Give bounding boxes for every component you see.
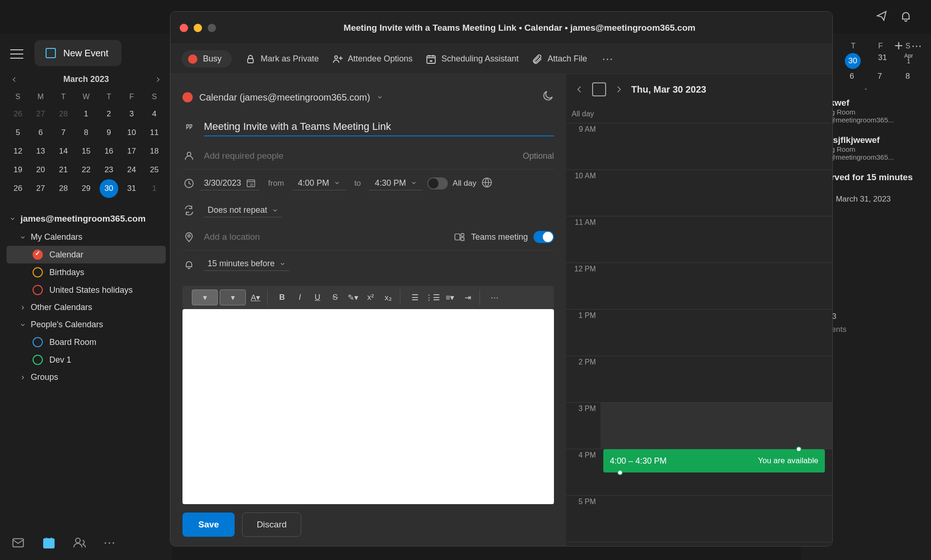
- resize-handle[interactable]: [617, 470, 623, 475]
- mini-calendar[interactable]: SMTWTFS262728123456789101112131415161718…: [7, 89, 166, 198]
- agenda-date[interactable]: 7: [877, 72, 882, 81]
- mini-cal-day[interactable]: 28: [52, 105, 75, 123]
- time-slot[interactable]: [600, 170, 832, 216]
- mini-cal-day[interactable]: 21: [52, 161, 75, 179]
- font-bg-color-button[interactable]: ▾: [192, 290, 218, 305]
- start-time-input[interactable]: 4:00 PM: [292, 176, 346, 190]
- account-header[interactable]: james@meetingroom365.com: [7, 209, 166, 229]
- notification-icon[interactable]: [875, 9, 888, 24]
- scheduling-assistant-button[interactable]: Scheduling Assistant: [425, 54, 519, 65]
- maximize-window-button[interactable]: [208, 24, 216, 32]
- highlight-button[interactable]: A▾: [248, 290, 263, 305]
- italic-button[interactable]: I: [292, 290, 308, 305]
- timezone-icon[interactable]: [481, 176, 493, 190]
- mini-cal-day[interactable]: 2: [97, 105, 120, 123]
- mini-cal-day[interactable]: 6: [29, 123, 52, 142]
- calendar-icon[interactable]: [42, 536, 56, 552]
- subscript-button[interactable]: x₂: [380, 290, 396, 305]
- prev-day-icon[interactable]: [575, 85, 584, 94]
- calendar-item-dev1[interactable]: Dev 1: [7, 351, 166, 369]
- mini-cal-day[interactable]: 20: [29, 161, 52, 179]
- bell-icon[interactable]: [899, 9, 912, 24]
- mini-cal-day[interactable]: 4: [143, 105, 166, 123]
- mini-cal-day[interactable]: 29: [75, 179, 98, 198]
- attendee-options-button[interactable]: Attendee Options: [332, 54, 412, 65]
- mini-cal-day[interactable]: 11: [143, 123, 166, 142]
- peoples-calendars-group[interactable]: People's Calendars: [7, 316, 166, 333]
- mini-cal-day[interactable]: 24: [120, 161, 143, 179]
- other-calendars-group[interactable]: Other Calendars: [7, 299, 166, 316]
- agenda-date[interactable]: 30: [845, 53, 861, 69]
- mini-cal-day[interactable]: 8: [75, 123, 98, 142]
- save-button[interactable]: Save: [182, 513, 235, 537]
- date-input[interactable]: 3/30/2023 30: [200, 176, 260, 190]
- minimize-window-button[interactable]: [194, 24, 202, 32]
- next-day-icon[interactable]: [614, 85, 623, 94]
- calendar-item-board-room[interactable]: Board Room: [7, 333, 166, 351]
- groups-group[interactable]: Groups: [7, 369, 166, 386]
- time-slot[interactable]: [600, 216, 832, 263]
- time-slot[interactable]: [600, 263, 832, 309]
- location-input[interactable]: Add a location: [204, 232, 260, 242]
- time-slot[interactable]: [600, 496, 832, 542]
- teams-meeting-toggle[interactable]: [533, 231, 554, 243]
- mini-cal-day[interactable]: 7: [52, 123, 75, 142]
- align-button[interactable]: ≡▾: [442, 290, 458, 305]
- mini-cal-day[interactable]: 1: [75, 105, 98, 123]
- next-month-icon[interactable]: [155, 76, 161, 83]
- attendees-input[interactable]: Add required people: [204, 151, 283, 161]
- calendar-item-birthdays[interactable]: Birthdays: [7, 263, 166, 281]
- time-slot[interactable]: [600, 356, 832, 402]
- agenda-date[interactable]: 6: [850, 72, 854, 81]
- schedule-event-block[interactable]: 4:00 – 4:30 PMYou are available: [603, 449, 825, 472]
- mini-cal-day[interactable]: 5: [7, 123, 29, 142]
- close-window-button[interactable]: [180, 24, 188, 32]
- mini-cal-day[interactable]: 19: [7, 161, 29, 179]
- mini-cal-day[interactable]: 18: [143, 142, 166, 161]
- calendar-item-holidays[interactable]: United States holidays: [7, 281, 166, 299]
- resize-handle[interactable]: [796, 446, 802, 452]
- mini-cal-day[interactable]: 15: [75, 142, 98, 161]
- my-calendars-group[interactable]: My Calendars: [7, 229, 166, 246]
- bold-button[interactable]: B: [274, 290, 290, 305]
- mini-cal-day[interactable]: 28: [52, 179, 75, 198]
- clear-format-button[interactable]: ✎▾: [345, 290, 361, 305]
- bullet-list-button[interactable]: ☰: [407, 290, 423, 305]
- mini-cal-day[interactable]: 13: [29, 142, 52, 161]
- mini-cal-day[interactable]: 16: [97, 142, 120, 161]
- mini-cal-day[interactable]: 1: [143, 179, 166, 198]
- time-slot[interactable]: [600, 403, 832, 449]
- mini-cal-day[interactable]: 27: [29, 179, 52, 198]
- time-slot[interactable]: [600, 310, 832, 356]
- mark-private-button[interactable]: Mark as Private: [245, 54, 319, 65]
- agenda-date[interactable]: 8: [905, 72, 910, 81]
- add-icon[interactable]: +: [894, 37, 903, 54]
- font-fg-color-button[interactable]: ▾: [220, 290, 246, 305]
- discard-button[interactable]: Discard: [242, 513, 301, 537]
- mini-cal-day[interactable]: 31: [120, 179, 143, 198]
- mini-cal-day[interactable]: 30: [100, 179, 118, 198]
- prev-month-icon[interactable]: [11, 76, 18, 83]
- subject-input[interactable]: [204, 118, 554, 136]
- mini-cal-day[interactable]: 25: [143, 161, 166, 179]
- agenda-date[interactable]: 31: [878, 53, 887, 69]
- mini-cal-day[interactable]: 22: [75, 161, 98, 179]
- underline-button[interactable]: U: [310, 290, 325, 305]
- calendar-item-calendar[interactable]: Calendar: [7, 246, 166, 263]
- date-picker-icon[interactable]: [592, 82, 606, 96]
- people-icon[interactable]: [73, 536, 87, 552]
- moon-icon[interactable]: [541, 90, 554, 105]
- mini-cal-day[interactable]: 23: [97, 161, 120, 179]
- mini-cal-day[interactable]: 26: [7, 179, 29, 198]
- toolbar-more-icon[interactable]: ⋯: [602, 53, 614, 66]
- attach-file-button[interactable]: Attach File: [532, 54, 587, 65]
- mini-cal-day[interactable]: 27: [29, 105, 52, 123]
- repeat-selector[interactable]: Does not repeat: [204, 203, 282, 217]
- mini-cal-day[interactable]: 3: [120, 105, 143, 123]
- agenda-date[interactable]: Apr1: [904, 53, 913, 69]
- event-body-editor[interactable]: [182, 309, 554, 504]
- optional-label[interactable]: Optional: [523, 151, 554, 161]
- busy-status-selector[interactable]: Busy: [182, 50, 232, 67]
- superscript-button[interactable]: x²: [363, 290, 378, 305]
- indent-button[interactable]: ⇥: [460, 290, 476, 305]
